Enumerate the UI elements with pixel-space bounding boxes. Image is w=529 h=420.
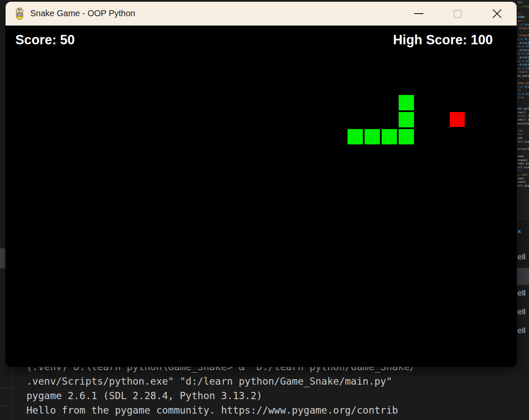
terminal-action-icon[interactable]: ✕ [517,229,521,235]
terminal-gutter [0,358,13,420]
game-canvas: Score: 50 High Score: 100 [6,26,517,367]
snake-game-window: Snake Game - OOP Python Score: 50 High S… [6,2,517,367]
code-line: 'playing': [518,34,529,37]
code-line: me.K_ESCAPE: [518,92,529,96]
maximize-icon [454,10,462,18]
code-line: position() [518,122,529,126]
snake-segment [365,129,380,144]
code-line: me.K_DOWN: [518,45,529,49]
code-line: me.K_RIGHT: [518,60,529,63]
code-line: 'start' [518,70,529,74]
code-line: game_over': [518,81,529,85]
divider [0,406,12,406]
close-icon [492,9,502,19]
code-line: er(self.score_ [518,147,529,151]
code-line: me.K_LEFT: [518,52,529,56]
code-line: nake) [518,180,529,184]
terminal-line: pygame 2.6.1 (SDL 2.28.4, Python 3.13.2) [26,388,516,403]
code-line: e.K_SPACE: [518,23,529,27]
high-score-text: High Score: 100 [393,32,493,48]
minimize-icon [414,13,423,14]
code-line: ime() [518,111,529,115]
code-line: alse [518,96,529,100]
code-line [518,144,529,147]
code-line: art': [518,19,529,23]
snake-segment [399,112,414,127]
code-line [518,8,529,12]
code-line: rt) [518,1,529,5]
code-line: elf.score_no [518,140,529,144]
window-title: Snake Game - OOP Python [30,9,135,18]
terminal-session-item[interactable]: ell [518,252,526,262]
snake-segment [399,129,414,144]
terminal-list-selected-row[interactable] [517,268,529,285]
code-line: () [518,89,529,92]
terminal-panel[interactable]: (.venv) D:\learn python\Game_Snake> & "D… [0,358,517,420]
code-line: ood) [518,155,529,158]
code-line: e.K_UP: [518,37,529,41]
code-line: _direction(32 [518,41,529,45]
terminal-line: ute.html [26,417,516,420]
code-line: ime() in self [518,118,529,122]
code-line [518,78,529,81]
snake-segment [348,129,363,144]
code-line: ood) [518,177,529,181]
code-line: r': [518,169,529,173]
code-line: snake) [518,158,529,162]
code-line [518,125,529,129]
vscode-right-edge: rt)l, playing, g rt'DOWN:art':e.K_SPACE:… [517,0,529,420]
code-line [518,104,529,107]
code-line: ake.get_head_ [518,107,529,111]
code-line: nake.score) [518,162,529,166]
code-line: ()= [518,129,529,133]
code-line: DOWN: [518,15,529,19]
code-line [518,100,529,104]
maximize-button[interactable] [448,5,467,22]
code-line: l, playing, g [518,5,529,9]
code-line: ade [518,136,529,140]
snake-segment [382,129,397,144]
code-line: _direction(32 [518,63,529,67]
score-text: Score: 50 [15,32,75,48]
code-line: e.K_SPACE: [518,85,529,89]
divider [0,388,12,388]
code-line: ver' [518,132,529,136]
pygame-snake-icon [13,7,26,20]
code-line: makan di tab [518,114,529,118]
terminal-line: Hello from the pygame community. https:/… [26,403,516,417]
code-line: _direction(32 [518,56,529,60]
close-button[interactable] [487,5,507,22]
terminal-session-item[interactable]: ell [518,288,526,298]
code-editor-sliver[interactable]: rt)l, playing, g rt'DOWN:art':e.K_SPACE:… [518,1,529,219]
food-block [450,112,465,127]
terminal-session-item[interactable]: ell [518,326,526,335]
code-line: me_position() [518,74,529,78]
code-line: elf.score_no [518,166,529,170]
terminal-output[interactable]: (.venv) D:\learn python\Game_Snake> & "D… [26,360,516,420]
code-line: me.K_ESCAPE: [518,67,529,71]
code-line: elf.snake.sco [518,184,529,188]
code-line: g udah noti [518,173,529,177]
snake-segment [399,95,414,110]
terminal-line: .venv/Scripts/python.exe" "d:/learn pyth… [26,374,516,388]
scrollbar-thumb[interactable] [0,248,6,268]
code-line [518,151,529,155]
code-line: rt' [518,12,529,16]
code-line: 'playing' [518,26,529,30]
terminal-session-item[interactable]: ell [518,307,526,316]
terminal-panel-sliver: ✕ ellellellell [517,219,529,420]
vscode-left-edge [0,0,6,420]
code-line [518,30,529,34]
code-line: _direction(32 [518,49,529,52]
minimize-button[interactable] [409,5,428,22]
window-titlebar[interactable]: Snake Game - OOP Python [6,2,517,26]
